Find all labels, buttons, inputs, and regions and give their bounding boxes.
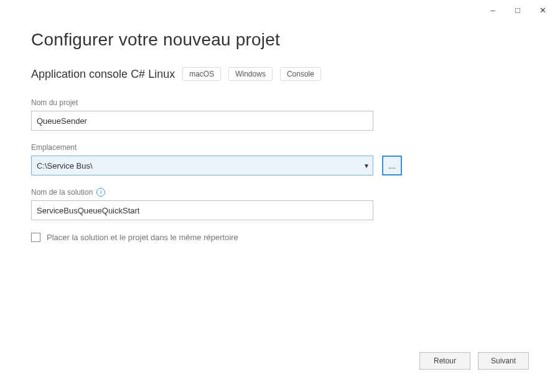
next-button[interactable]: Suivant [478,352,529,370]
wizard-footer: Retour Suivant [419,352,529,370]
template-language: C# [131,68,145,80]
same-directory-row: Placer la solution et le projet dans le … [31,233,529,242]
solution-name-label: Nom de la solution i [31,188,529,197]
project-name-field: Nom du projet [31,98,529,131]
template-tag: Windows [228,67,273,81]
template-summary: Application console C# Linux macOS Windo… [31,67,529,81]
same-directory-label: Placer la solution et le projet dans le … [47,233,238,242]
minimize-button[interactable]: – [480,1,505,19]
template-kind: Application console [31,68,128,80]
same-directory-checkbox[interactable] [31,233,40,242]
location-combobox[interactable]: ▼ [31,156,373,175]
maximize-button[interactable]: □ [505,1,530,19]
solution-name-label-text: Nom de la solution [31,188,93,197]
back-button[interactable]: Retour [419,352,470,370]
window-controls: – □ ✕ [480,0,560,20]
page-title: Configurer votre nouveau projet [31,30,529,50]
browse-button[interactable]: ... [382,156,402,175]
template-os: Linux [148,68,175,80]
template-tag: macOS [182,67,221,81]
solution-name-input[interactable] [31,200,373,220]
project-name-label: Nom du projet [31,98,529,107]
location-input[interactable] [31,156,373,175]
location-field: Emplacement ▼ ... [31,143,529,175]
template-tag: Console [280,67,321,81]
info-icon[interactable]: i [96,188,105,197]
main-content: Configurer votre nouveau projet Applicat… [31,30,529,242]
close-button[interactable]: ✕ [530,1,555,19]
project-name-input[interactable] [31,111,373,131]
template-name: Application console C# Linux [31,68,175,81]
solution-name-field: Nom de la solution i [31,188,529,220]
location-label: Emplacement [31,143,529,152]
